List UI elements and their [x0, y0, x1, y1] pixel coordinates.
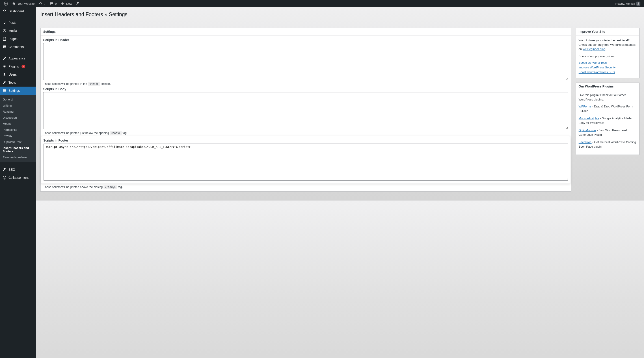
menu-settings[interactable]: Settings — [0, 87, 36, 95]
plugin-icon — [2, 64, 7, 69]
comments-count: 0 — [55, 2, 57, 6]
menu-comments[interactable]: Comments — [0, 43, 36, 51]
settings-icon — [2, 88, 7, 93]
submenu-remove-noreferrer[interactable]: Remove Noreferrer — [0, 154, 36, 160]
yoast-icon — [2, 167, 7, 172]
header-scripts-group: Scripts in Header These scripts will be … — [43, 38, 568, 86]
menu-appearance[interactable]: Appearance — [0, 54, 36, 62]
brush-icon — [2, 56, 7, 61]
page-icon — [2, 37, 7, 41]
svg-point-1 — [638, 3, 639, 4]
improve-site-box: Improve Your Site Want to take your site… — [576, 28, 640, 78]
wpbeginner-link[interactable]: WPBeginner blog — [582, 47, 605, 51]
body-scripts-label: Scripts in Body — [43, 87, 568, 91]
body-scripts-input[interactable] — [43, 92, 568, 129]
improve-intro: Want to take your site to the next level… — [578, 38, 636, 51]
admin-sidebar: Dashboard Posts Media Pages Comments App… — [0, 7, 36, 201]
menu-media[interactable]: Media — [0, 27, 36, 35]
comment-icon — [2, 45, 7, 49]
new-label: New — [66, 2, 72, 6]
submenu-general[interactable]: General — [0, 97, 36, 103]
collapse-icon — [2, 175, 7, 180]
updates-count: 7 — [44, 2, 46, 6]
submenu-insert-hf[interactable]: Insert Headers and Footers — [0, 145, 36, 154]
our-plugins-title: Our WordPress Plugins — [576, 83, 639, 90]
submenu-discussion[interactable]: Discussion — [0, 115, 36, 121]
menu-pages[interactable]: Pages — [0, 35, 36, 43]
our-plugins-box: Our WordPress Plugins Like this plugin? … — [576, 83, 640, 155]
speed-up-link[interactable]: Speed Up WordPress — [578, 61, 607, 64]
improve-site-title: Improve Your Site — [576, 28, 639, 36]
user-icon — [2, 72, 7, 77]
svg-point-3 — [4, 73, 5, 75]
footer-scripts-label: Scripts in Footer — [43, 139, 568, 142]
seo-boost-link[interactable]: Boost Your WordPress SEO — [578, 71, 615, 74]
body-help-text: These scripts will be printed just below… — [43, 131, 568, 135]
settings-panel: Settings Scripts in Header These scripts… — [40, 28, 571, 192]
pin-icon — [2, 21, 7, 25]
submenu-duplicate-post[interactable]: Duplicate Post — [0, 139, 36, 145]
settings-panel-title: Settings — [40, 28, 571, 36]
admin-bar: Your Website 7 0 New Howdy, — [0, 0, 644, 7]
yoast-icon — [76, 1, 80, 6]
menu-posts[interactable]: Posts — [0, 19, 36, 27]
menu-tools[interactable]: Tools — [0, 79, 36, 87]
site-name-link[interactable]: Your Website — [10, 0, 36, 7]
plugin-monsterinsights: MonsterInsights - Google Analytics Made … — [578, 116, 636, 125]
body-scripts-group: Scripts in Body These scripts will be pr… — [43, 87, 568, 135]
submenu-writing[interactable]: Writing — [0, 103, 36, 109]
menu-users[interactable]: Users — [0, 71, 36, 79]
submenu-privacy[interactable]: Privacy — [0, 133, 36, 139]
submenu-reading[interactable]: Reading — [0, 109, 36, 115]
plugin-wpforms: WPForms - Drag & Drop WordPress Form Bui… — [578, 104, 636, 113]
footer-scripts-group: Scripts in Footer — [43, 139, 568, 181]
dashboard-icon — [2, 9, 7, 14]
plugin-seedprod: SeedProd - Get the best WordPress Coming… — [578, 140, 636, 149]
plugins-intro: Like this plugin? Check out our other Wo… — [578, 93, 636, 102]
menu-plugins[interactable]: Plugins 5 — [0, 62, 36, 71]
settings-submenu: General Writing Reading Discussion Media… — [0, 95, 36, 162]
home-icon — [12, 1, 16, 6]
svg-point-8 — [5, 90, 6, 91]
yoast-link[interactable] — [74, 0, 82, 7]
security-link[interactable]: Improve WordPress Security — [578, 66, 616, 69]
menu-seo[interactable]: SEO — [0, 166, 36, 174]
page-title: Insert Headers and Footers » Settings — [40, 10, 640, 19]
plus-icon — [60, 1, 65, 6]
plugin-optinmonster: OptinMonster - Best WordPress Lead Gener… — [578, 128, 636, 137]
header-help-text: These scripts will be printed in the <he… — [43, 82, 568, 86]
svg-point-7 — [4, 89, 4, 90]
svg-point-9 — [4, 91, 4, 92]
update-icon — [38, 1, 43, 6]
updates-link[interactable]: 7 — [36, 0, 48, 7]
footer-help-text: These scripts will be printed above the … — [43, 185, 568, 189]
comments-link[interactable]: 0 — [48, 0, 58, 7]
new-content-link[interactable]: New — [58, 0, 74, 7]
monsterinsights-link[interactable]: MonsterInsights — [578, 117, 599, 120]
site-name-text: Your Website — [18, 2, 35, 6]
wordpress-icon — [4, 1, 8, 6]
media-icon — [2, 29, 7, 33]
menu-dashboard[interactable]: Dashboard — [0, 7, 36, 15]
svg-point-10 — [3, 176, 6, 179]
howdy-text: Howdy, Monica — [615, 2, 635, 6]
header-scripts-label: Scripts in Header — [43, 38, 568, 42]
comment-icon — [49, 1, 54, 6]
submenu-permalinks[interactable]: Permalinks — [0, 127, 36, 133]
wp-logo[interactable] — [2, 0, 10, 7]
collapse-menu[interactable]: Collapse menu — [0, 174, 36, 182]
seedprod-link[interactable]: SeedProd — [578, 140, 592, 144]
plugins-update-badge: 5 — [22, 65, 25, 68]
footer-scripts-input[interactable] — [43, 144, 568, 181]
wrench-icon — [2, 80, 7, 85]
submenu-media[interactable]: Media — [0, 121, 36, 127]
header-scripts-input[interactable] — [43, 43, 568, 80]
optinmonster-link[interactable]: OptinMonster — [578, 129, 596, 132]
wpforms-link[interactable]: WPForms — [578, 105, 592, 108]
my-account[interactable]: Howdy, Monica — [614, 0, 642, 7]
avatar — [636, 2, 640, 6]
guides-heading: Some of our popular guides: — [578, 54, 636, 59]
